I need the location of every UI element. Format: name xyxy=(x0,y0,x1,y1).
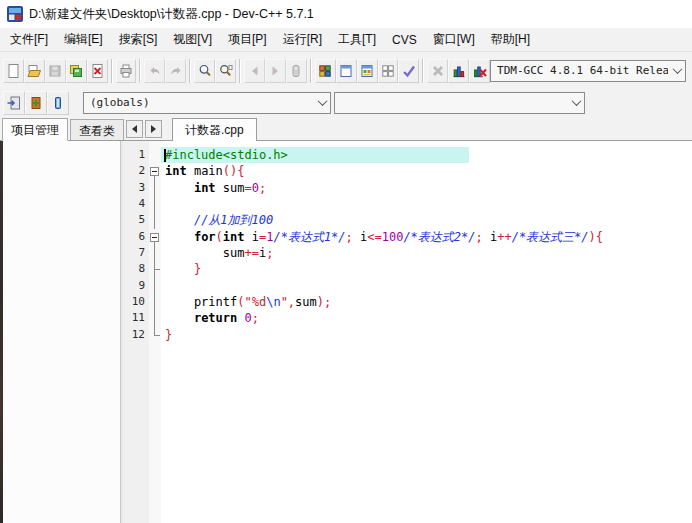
print-button[interactable] xyxy=(116,59,137,83)
menu-item-cvs[interactable]: CVS xyxy=(384,30,425,50)
rebuild-all-button[interactable] xyxy=(378,59,399,83)
print-icon xyxy=(118,63,134,79)
save-icon xyxy=(47,63,63,79)
find-button[interactable] xyxy=(194,59,215,83)
menu-item-project[interactable]: 项目[P] xyxy=(220,28,275,51)
code-token xyxy=(165,213,194,227)
line-number: 5 xyxy=(123,212,149,228)
menu-item-view[interactable]: 视图[V] xyxy=(165,28,220,51)
close-file-button[interactable] xyxy=(87,59,108,83)
fold-marker-vline xyxy=(149,196,161,212)
tab-project-manager[interactable]: 项目管理 xyxy=(2,118,68,141)
chevron-down-icon xyxy=(318,96,328,106)
code-token: ; xyxy=(252,311,259,325)
code-line[interactable]: return 0; xyxy=(161,310,692,326)
code-token xyxy=(165,262,194,276)
compile-and-run-button[interactable] xyxy=(357,59,378,83)
goto-bookmark-icon xyxy=(50,95,66,111)
redo-icon xyxy=(168,63,184,79)
line-number: 8 xyxy=(123,261,149,277)
back-button xyxy=(244,59,265,83)
menu-item-search[interactable]: 搜索[S] xyxy=(111,28,166,51)
globals-select-value: (globals) xyxy=(90,96,150,109)
code-token: /*表达式1*/ xyxy=(273,230,345,244)
close-file-icon xyxy=(89,63,105,79)
code-token: ){ xyxy=(589,230,603,244)
triangle-right-icon xyxy=(151,125,156,133)
code-token: ; xyxy=(346,230,360,244)
code-token: (){ xyxy=(223,164,245,178)
project-manager-panel[interactable] xyxy=(3,141,120,523)
code-line[interactable]: for(int i=1/*表达式1*/; i<=100/*表达式2*/; i++… xyxy=(161,229,692,245)
toolbar-separator xyxy=(310,59,312,83)
save-all-button[interactable] xyxy=(66,59,87,83)
fold-marker-vline xyxy=(149,245,161,261)
code-token: ); xyxy=(317,295,331,309)
code-token: 0 xyxy=(245,311,252,325)
fold-marker-box[interactable] xyxy=(149,163,161,179)
find-next-button[interactable] xyxy=(215,59,236,83)
insert-button[interactable] xyxy=(3,91,25,115)
editor-tab-file-tab[interactable]: 计数器.cpp xyxy=(172,118,257,141)
menu-item-window[interactable]: 窗口[W] xyxy=(425,28,483,51)
specials-toolbar: (globals) xyxy=(0,89,692,116)
abort-compilation-icon xyxy=(430,63,446,79)
code-line[interactable]: //从1加到100 xyxy=(161,212,692,228)
code-line[interactable]: } xyxy=(161,327,692,343)
debug-icon xyxy=(401,63,417,79)
line-number: 11 xyxy=(123,310,149,326)
forward-button xyxy=(265,59,286,83)
code-line[interactable] xyxy=(161,278,692,294)
code-token: for xyxy=(194,230,216,244)
window-title: D:\新建文件夹\Desktop\计数器.cpp - Dev-C++ 5.7.1 xyxy=(29,6,314,23)
new-file-button[interactable] xyxy=(3,59,24,83)
compile-button[interactable] xyxy=(315,59,336,83)
compiler-select-value: TDM-GCC 4.8.1 64-bit Release xyxy=(497,64,668,77)
fold-marker-vline xyxy=(149,294,161,310)
code-token: ; xyxy=(476,230,490,244)
tab-scroll-right-button[interactable] xyxy=(145,120,162,138)
code-token: ( xyxy=(216,230,223,244)
fold-marker-vline xyxy=(149,180,161,196)
toggle-bookmark-button[interactable] xyxy=(25,91,47,115)
code-line[interactable] xyxy=(161,196,692,212)
menu-item-tools[interactable]: 工具[T] xyxy=(330,28,384,51)
menu-item-help[interactable]: 帮助[H] xyxy=(483,28,538,51)
open-file-icon xyxy=(26,63,42,79)
line-number: 6 xyxy=(123,229,149,245)
tab-scroll-left-button[interactable] xyxy=(126,120,143,138)
code-line[interactable]: int main(){ xyxy=(161,163,692,179)
goto-declaration-button xyxy=(286,59,307,83)
menu-item-file[interactable]: 文件[F] xyxy=(2,28,56,51)
main-toolbar: TDM-GCC 4.8.1 64-bit Release xyxy=(0,52,692,89)
code-token: /*表达式2*/ xyxy=(403,230,475,244)
compiler-select[interactable]: TDM-GCC 4.8.1 64-bit Release xyxy=(490,60,686,82)
run-icon xyxy=(338,63,354,79)
debug-button[interactable] xyxy=(398,59,419,83)
line-number: 1 xyxy=(123,147,149,163)
code-lines[interactable]: #include<stdio.h>int main(){ int sum=0; … xyxy=(161,141,692,523)
goto-bookmark-button[interactable] xyxy=(47,91,69,115)
delete-profiling-icon xyxy=(472,63,488,79)
fold-marker-box[interactable] xyxy=(149,229,161,245)
toolbar-separator xyxy=(189,59,191,83)
code-line[interactable]: } xyxy=(161,261,692,277)
open-file-button[interactable] xyxy=(24,59,45,83)
globals-select[interactable]: (globals) xyxy=(83,92,331,114)
profile-button[interactable] xyxy=(448,59,469,83)
code-line[interactable]: printf("%d\n",sum); xyxy=(161,294,692,310)
members-select[interactable] xyxy=(334,92,585,114)
tab-class-browser[interactable]: 查看类 xyxy=(70,119,124,140)
menu-item-execute[interactable]: 运行[R] xyxy=(275,28,330,51)
code-line[interactable]: #include<stdio.h> xyxy=(161,147,692,163)
back-icon xyxy=(247,63,263,79)
new-file-icon xyxy=(5,63,21,79)
goto-declaration-icon xyxy=(288,63,304,79)
code-line[interactable]: sum+=i; xyxy=(161,245,692,261)
menu-item-edit[interactable]: 编辑[E] xyxy=(56,28,111,51)
code-token xyxy=(165,311,194,325)
code-line[interactable]: int sum=0; xyxy=(161,180,692,196)
code-token: sum xyxy=(165,246,244,260)
run-button[interactable] xyxy=(336,59,357,83)
delete-profiling-button[interactable] xyxy=(469,59,490,83)
